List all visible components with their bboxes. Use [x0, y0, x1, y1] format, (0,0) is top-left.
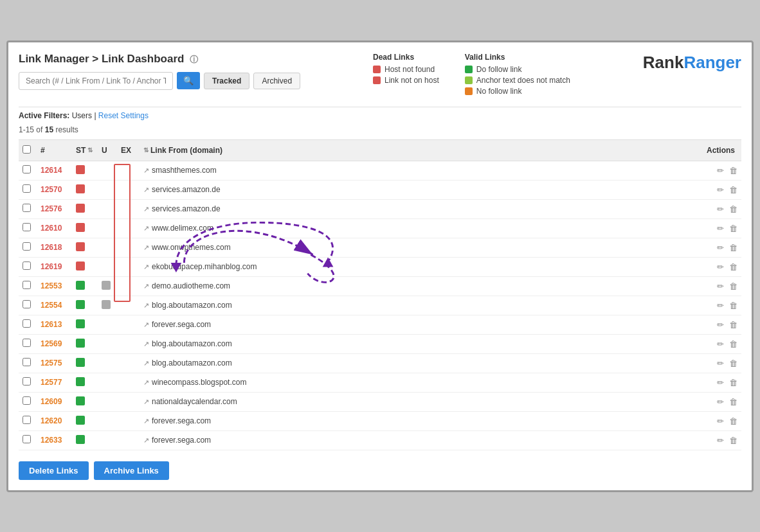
edit-icon[interactable]: ✏ [717, 378, 724, 387]
row-number[interactable]: 12554 [41, 301, 62, 310]
delete-icon[interactable]: 🗑 [729, 416, 737, 426]
tab-tracked[interactable]: Tracked [204, 73, 249, 89]
legend-dot-red2 [373, 76, 381, 84]
row-number[interactable]: 12618 [41, 243, 62, 252]
delete-icon[interactable]: 🗑 [729, 224, 737, 233]
domain-link[interactable]: ↗smashthemes.com [143, 166, 699, 175]
row-checkbox[interactable] [23, 416, 31, 424]
domain-link[interactable]: ↗www.onwpthemes.com [143, 243, 699, 252]
edit-icon[interactable]: ✏ [717, 262, 724, 272]
row-checkbox[interactable] [23, 435, 31, 443]
edit-icon[interactable]: ✏ [717, 204, 724, 214]
edit-icon[interactable]: ✏ [717, 320, 724, 330]
legend-item-host-not-found: Host not found [373, 65, 439, 74]
edit-icon[interactable]: ✏ [717, 416, 724, 426]
brand-ranger: Ranger [683, 53, 741, 72]
archive-links-button[interactable]: Archive Links [94, 461, 169, 480]
row-number[interactable]: 12609 [41, 397, 62, 406]
row-checkbox[interactable] [23, 242, 31, 251]
edit-icon[interactable]: ✏ [717, 339, 724, 349]
domain-link[interactable]: ↗services.amazon.de [143, 204, 699, 213]
status-indicator [76, 242, 85, 251]
delete-icon[interactable]: 🗑 [729, 378, 737, 387]
domain-link[interactable]: ↗nationaldaycalendar.com [143, 397, 699, 406]
delete-icon[interactable]: 🗑 [729, 320, 737, 330]
tab-archived[interactable]: Archived [253, 73, 300, 89]
status-indicator [76, 377, 85, 386]
edit-icon[interactable]: ✏ [717, 359, 724, 368]
th-st[interactable]: ST ⇅ [72, 139, 98, 161]
search-input[interactable] [19, 72, 173, 90]
row-number[interactable]: 12620 [41, 416, 62, 425]
row-number[interactable]: 12614 [41, 166, 62, 175]
info-icon[interactable]: ⓘ [190, 55, 198, 64]
domain-link[interactable]: ↗forever.sega.com [143, 416, 699, 425]
delete-icon[interactable]: 🗑 [729, 281, 737, 291]
delete-icon[interactable]: 🗑 [729, 436, 737, 445]
status-indicator [76, 165, 85, 174]
th-u: U [98, 139, 117, 161]
domain-link[interactable]: ↗forever.sega.com [143, 436, 699, 445]
reset-settings-link[interactable]: Reset Settings [98, 111, 149, 120]
row-number[interactable]: 12575 [41, 359, 62, 368]
domain-link[interactable]: ↗demo.audiotheme.com [143, 281, 699, 290]
brand-logo: RankRanger [643, 53, 741, 73]
edit-icon[interactable]: ✏ [717, 166, 724, 175]
edit-icon[interactable]: ✏ [717, 185, 724, 195]
row-checkbox[interactable] [23, 377, 31, 386]
row-number[interactable]: 12553 [41, 281, 62, 290]
row-checkbox[interactable] [23, 396, 31, 405]
row-checkbox[interactable] [23, 165, 31, 173]
edit-icon[interactable]: ✏ [717, 224, 724, 233]
delete-links-button[interactable]: Delete Links [19, 461, 89, 480]
row-number[interactable]: 12570 [41, 185, 62, 194]
domain-text: blog.aboutamazon.com [152, 339, 232, 348]
sort-arrows-st: ⇅ [87, 146, 93, 154]
row-checkbox[interactable] [23, 319, 31, 328]
row-number[interactable]: 12619 [41, 262, 62, 271]
search-button[interactable]: 🔍 [177, 72, 200, 89]
delete-icon[interactable]: 🗑 [729, 262, 737, 272]
row-number[interactable]: 12577 [41, 378, 62, 387]
row-checkbox[interactable] [23, 339, 31, 347]
row-number[interactable]: 12613 [41, 320, 62, 329]
edit-icon[interactable]: ✏ [717, 397, 724, 407]
select-all-checkbox[interactable] [23, 145, 31, 154]
edit-icon[interactable]: ✏ [717, 243, 724, 253]
u-indicator [102, 300, 111, 309]
row-checkbox[interactable] [23, 262, 31, 270]
external-link-icon: ↗ [143, 417, 149, 425]
row-number[interactable]: 12610 [41, 224, 62, 233]
delete-icon[interactable]: 🗑 [729, 397, 737, 407]
row-number[interactable]: 12633 [41, 436, 62, 445]
delete-icon[interactable]: 🗑 [729, 243, 737, 253]
row-checkbox[interactable] [23, 281, 31, 289]
row-number[interactable]: 12569 [41, 339, 62, 348]
delete-icon[interactable]: 🗑 [729, 166, 737, 175]
domain-link[interactable]: ↗forever.sega.com [143, 320, 699, 329]
row-checkbox[interactable] [23, 184, 31, 193]
th-link-from[interactable]: ⇅ Link From (domain) [140, 139, 703, 161]
delete-icon[interactable]: 🗑 [729, 301, 737, 310]
domain-link[interactable]: ↗blog.aboutamazon.com [143, 301, 699, 310]
domain-link[interactable]: ↗blog.aboutamazon.com [143, 359, 699, 368]
domain-link[interactable]: ↗blog.aboutamazon.com [143, 339, 699, 348]
row-checkbox[interactable] [23, 300, 31, 308]
domain-link[interactable]: ↗ekobuqupacep.mihanblog.com [143, 262, 699, 271]
delete-icon[interactable]: 🗑 [729, 204, 737, 214]
row-number[interactable]: 12576 [41, 204, 62, 213]
external-link-icon: ↗ [143, 224, 149, 233]
domain-link[interactable]: ↗services.amazon.de [143, 185, 699, 194]
row-checkbox[interactable] [23, 223, 31, 231]
delete-icon[interactable]: 🗑 [729, 359, 737, 368]
domain-link[interactable]: ↗www.delimex.com [143, 224, 699, 233]
delete-icon[interactable]: 🗑 [729, 185, 737, 195]
domain-link[interactable]: ↗winecompass.blogspot.com [143, 378, 699, 387]
edit-icon[interactable]: ✏ [717, 281, 724, 291]
edit-icon[interactable]: ✏ [717, 436, 724, 445]
delete-icon[interactable]: 🗑 [729, 339, 737, 349]
row-checkbox[interactable] [23, 358, 31, 366]
edit-icon[interactable]: ✏ [717, 301, 724, 310]
active-filters: Active Filters: Users | Reset Settings [19, 111, 741, 120]
row-checkbox[interactable] [23, 204, 31, 212]
